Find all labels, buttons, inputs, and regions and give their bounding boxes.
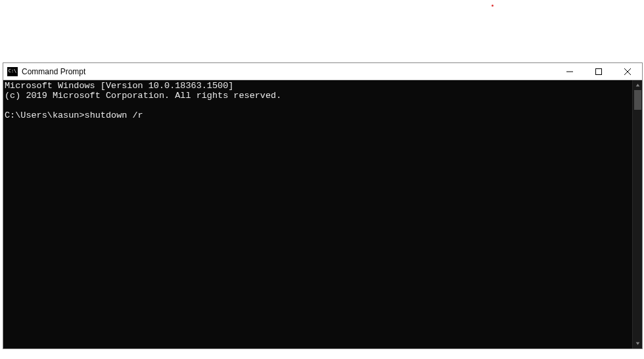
titlebar[interactable]: Command Prompt (3, 63, 642, 80)
maximize-button[interactable] (584, 63, 613, 80)
console-output[interactable]: Microsoft Windows [Version 10.0.18363.15… (3, 80, 632, 348)
maximize-icon (595, 68, 602, 75)
window-title: Command Prompt (22, 67, 555, 76)
scroll-up-button[interactable] (633, 80, 642, 90)
close-button[interactable] (613, 63, 642, 80)
minimize-button[interactable] (555, 63, 584, 80)
scroll-thumb[interactable] (634, 90, 641, 110)
copyright-line: (c) 2019 Microsoft Corporation. All righ… (5, 91, 281, 101)
minimize-icon (566, 68, 573, 75)
command-text: shutdown /r (85, 110, 143, 120)
version-line: Microsoft Windows [Version 10.0.18363.15… (5, 81, 233, 91)
chevron-up-icon (635, 83, 640, 87)
cmd-icon (7, 67, 18, 76)
window-controls (555, 63, 642, 80)
svg-rect-1 (596, 68, 602, 74)
chevron-down-icon (635, 341, 640, 346)
vertical-scrollbar[interactable] (632, 80, 642, 348)
close-icon (624, 68, 631, 75)
command-prompt-window: Command Prompt Microsoft Windows [Versio… (3, 62, 643, 349)
prompt-text: C:\Users\kasun> (5, 110, 85, 120)
svg-marker-4 (635, 84, 639, 86)
console-area: Microsoft Windows [Version 10.0.18363.15… (3, 80, 642, 348)
svg-marker-5 (635, 342, 639, 345)
decorative-dot (492, 5, 494, 7)
scroll-down-button[interactable] (633, 339, 642, 348)
